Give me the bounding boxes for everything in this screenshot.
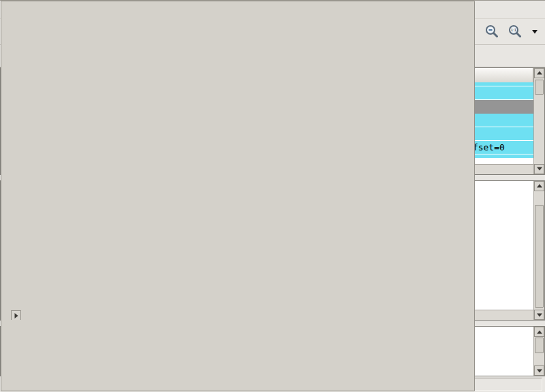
scroll-up-arrow[interactable]: [534, 68, 544, 78]
details-vscrollbar[interactable]: [533, 181, 544, 321]
wireshark-window: FileEditViewGoCaptureAnalyzeStatisticsTe…: [0, 0, 545, 392]
scroll-thumb[interactable]: [535, 338, 544, 353]
scroll-thumb[interactable]: [535, 205, 544, 307]
details-hscrollbar[interactable]: [1, 310, 533, 320]
svg-text:1:1: 1:1: [511, 29, 517, 33]
scroll-thumb[interactable]: [535, 80, 544, 95]
toolbar-overflow-button[interactable]: [528, 21, 542, 42]
zoom-out-icon: [484, 23, 500, 39]
packet-details-body: ▷Internet Protocol, Src: 127.0.0.1 (127.…: [1, 181, 533, 321]
scroll-up-arrow[interactable]: [534, 181, 544, 191]
scroll-down-arrow[interactable]: [534, 164, 544, 174]
packet-details-pane: ▷Internet Protocol, Src: 127.0.0.1 (127.…: [0, 180, 545, 321]
scroll-track[interactable]: [534, 191, 544, 310]
zoom-100-icon: 1:1: [507, 23, 523, 39]
toolbar-overflow-icon: [530, 27, 540, 36]
scroll-thumb[interactable]: [1, 181, 475, 321]
hex-vscrollbar[interactable]: [533, 327, 544, 376]
scroll-right-arrow[interactable]: [11, 310, 21, 320]
zoom-out-button[interactable]: [482, 21, 502, 42]
scroll-track[interactable]: [534, 78, 544, 164]
packet-list-vscrollbar[interactable]: [533, 68, 544, 174]
scroll-down-arrow[interactable]: [534, 365, 544, 376]
scroll-down-arrow[interactable]: [534, 310, 544, 320]
scroll-up-arrow[interactable]: [534, 327, 544, 337]
scroll-track[interactable]: [534, 337, 544, 365]
zoom-100-button[interactable]: 1:1: [505, 21, 525, 42]
